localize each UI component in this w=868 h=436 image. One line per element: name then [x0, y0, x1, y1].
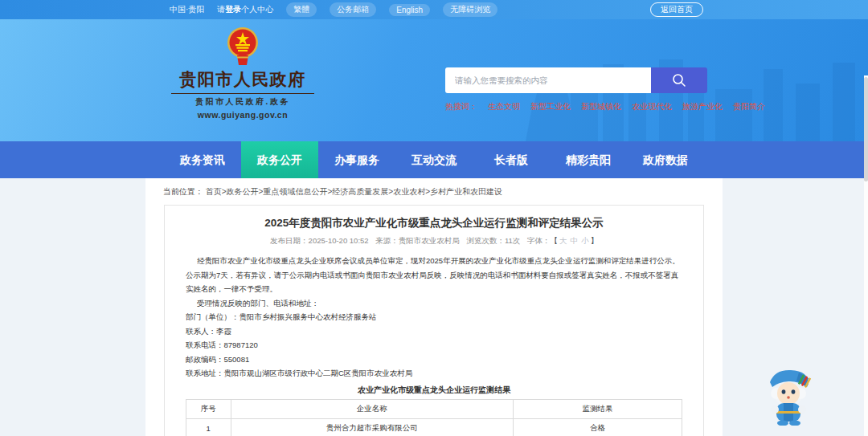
search-area: 热搜词： 生态文明 新型工业化 新型城镇化 农业现代化 旅游产业化 贵阳简介	[445, 67, 707, 120]
tab-zhengwu-zixun[interactable]: 政务资讯	[164, 141, 241, 178]
table-header-row: 序号 企业名称 监测结果	[186, 399, 682, 418]
col-header-company: 企业名称	[231, 399, 514, 418]
assistant-mascot[interactable]	[759, 360, 818, 426]
views-label: 浏览次数：	[466, 236, 505, 245]
tab-hudong-jiaoliu[interactable]: 互动交流	[395, 141, 473, 178]
tab-zhengwu-gongkai[interactable]: 政务公开	[241, 141, 318, 178]
font-size-large[interactable]: 大	[559, 236, 567, 245]
hot-word-link[interactable]: 贵阳简介	[733, 101, 765, 112]
publish-date-label: 发布日期：	[270, 236, 309, 245]
page-scrollbar[interactable]	[864, 75, 868, 436]
font-size-small[interactable]: 小	[581, 236, 589, 245]
hot-word-link[interactable]: 新型工业化	[530, 101, 571, 112]
back-to-home-button[interactable]: 返回首页	[650, 2, 703, 17]
hot-word-link[interactable]: 旅游产业化	[682, 101, 723, 112]
views-value: 11次	[505, 236, 520, 245]
source-label: 来源：	[375, 236, 399, 245]
tab-zhangzheban[interactable]: 长者版	[473, 141, 550, 178]
table-row: 1 贵州合力超市采购有限公司 合格	[186, 418, 682, 436]
article-meta: 发布日期：2025-10-20 10:52 来源：贵阳市农业农村局 浏览次数：1…	[186, 236, 682, 247]
article-container: 2025年度贵阳市农业产业化市级重点龙头企业运行监测和评定结果公示 发布日期：2…	[164, 205, 704, 436]
paragraph: 受理情况反映的部门、电话和地址：	[186, 296, 682, 311]
source-value: 贵阳市农业农村局	[399, 236, 460, 245]
col-header-result: 监测结果	[514, 399, 682, 418]
hot-search-row: 热搜词： 生态文明 新型工业化 新型城镇化 农业现代化 旅游产业化 贵阳简介	[445, 101, 707, 112]
page-title: 2025年度贵阳市农业产业化市级重点龙头企业运行监测和评定结果公示	[186, 216, 682, 230]
logo-divider	[171, 93, 314, 94]
cell-result: 合格	[514, 418, 682, 436]
hot-word-link[interactable]: 生态文明	[488, 101, 520, 112]
breadcrumb-path[interactable]: 首页>政务公开>重点领域信息公开>经济高质量发展>农业农村>乡村产业和农田建设	[206, 187, 502, 196]
font-size-medium[interactable]: 中	[570, 236, 578, 245]
magnifier-icon	[672, 73, 686, 88]
font-size-label: 字体：	[527, 236, 551, 245]
cell-company: 贵州合力超市采购有限公司	[231, 418, 514, 436]
official-mail-link[interactable]: 公务邮箱	[330, 2, 376, 17]
accessibility-link[interactable]: 无障碍浏览	[443, 2, 497, 17]
login-action[interactable]: 登录	[225, 5, 241, 14]
login-link[interactable]: 请登录个人中心	[217, 4, 273, 15]
hot-word-link[interactable]: 新型城镇化	[581, 101, 621, 112]
top-utility-bar: 中国·贵阳 请登录个人中心 繁體 公务邮箱 English 无障碍浏览 返回首页	[0, 0, 868, 19]
table-caption: 农业产业化市级重点龙头企业运行监测结果	[186, 385, 682, 396]
search-input[interactable]	[445, 67, 651, 93]
english-link[interactable]: English	[389, 4, 430, 16]
main-area: 当前位置： 首页>政务公开>重点领域信息公开>经济高质量发展>农业农村>乡村产业…	[0, 178, 868, 436]
tab-jingcai-guiyang[interactable]: 精彩贵阳	[550, 141, 627, 178]
site-logo[interactable]: 贵阳市人民政府 贵阳市人民政府.政务 www.guiyang.gov.cn	[170, 26, 316, 120]
paragraph-address: 联系地址：贵阳市观山湖区市级行政中心二期C区贵阳市农业农村局	[186, 366, 682, 381]
monitoring-result-table: 序号 企业名称 监测结果 1 贵州合力超市采购有限公司 合格 2 贵州友禾种业有…	[186, 399, 682, 436]
national-emblem-icon	[226, 26, 260, 66]
paragraph-contact-person: 联系人：李霞	[186, 324, 682, 339]
site-url: www.guiyang.gov.cn	[170, 110, 316, 120]
paragraph: 经贵阳市农业产业化市级重点龙头企业联席会议成员单位审定，现对2025年开展的农业…	[186, 254, 682, 296]
paragraph-postcode: 邮政编码：550081	[186, 352, 682, 367]
paragraph-department: 部门（单位）：贵阳市乡村振兴服务中心农村经济服务站	[186, 310, 682, 324]
article-body: 经贵阳市农业产业化市级重点龙头企业联席会议成员单位审定，现对2025年开展的农业…	[186, 254, 682, 381]
traditional-chinese-link[interactable]: 繁體	[286, 2, 317, 17]
main-navigation: 政务资讯 政务公开 办事服务 互动交流 长者版 精彩贵阳 政府数据	[0, 141, 868, 178]
col-header-index: 序号	[186, 399, 231, 418]
breadcrumb-label: 当前位置：	[163, 187, 203, 196]
scrollbar-thumb[interactable]	[864, 77, 868, 181]
site-title: 贵阳市人民政府	[170, 68, 316, 91]
publish-date-value: 2025-10-20 10:52	[309, 236, 369, 245]
paragraph-phone: 联系电话：87987120	[186, 338, 682, 352]
tab-zhengfu-shuju[interactable]: 政府数据	[627, 141, 704, 178]
site-subtitle: 贵阳市人民政府.政务	[170, 96, 316, 108]
tab-banshi-fuwu[interactable]: 办事服务	[318, 141, 395, 178]
mascot-icon	[759, 360, 818, 426]
site-banner: 贵阳市人民政府 贵阳市人民政府.政务 www.guiyang.gov.cn 热搜…	[0, 19, 868, 141]
region-link[interactable]: 中国·贵阳	[170, 4, 204, 15]
cell-index: 1	[186, 418, 231, 436]
breadcrumb[interactable]: 当前位置： 首页>政务公开>重点领域信息公开>经济高质量发展>农业农村>乡村产业…	[145, 178, 723, 203]
search-button[interactable]	[651, 67, 707, 93]
hot-word-link[interactable]: 农业现代化	[632, 101, 672, 112]
hot-search-label: 热搜词：	[445, 101, 477, 112]
